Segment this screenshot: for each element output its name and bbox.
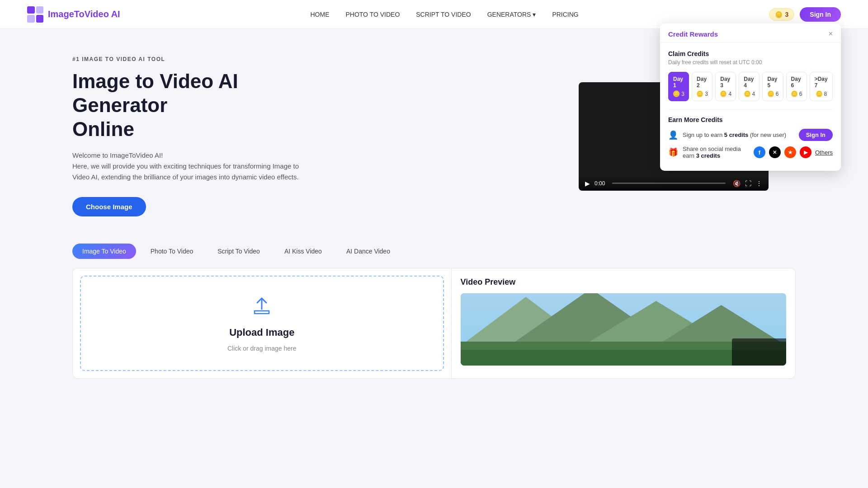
day-box-4[interactable]: Day 4 🪙 4 <box>739 72 760 101</box>
others-share-link[interactable]: Others <box>815 149 833 156</box>
preview-image <box>461 293 787 366</box>
day-box-2[interactable]: Day 2 🪙 3 <box>692 72 712 101</box>
twitter-x-share-icon[interactable]: ✕ <box>769 146 781 158</box>
choose-image-button[interactable]: Choose Image <box>72 197 146 216</box>
logo[interactable]: ImageToVideo AI <box>27 6 120 23</box>
hero-tag: #1 IMAGE TO VIDEO AI TOOL <box>72 56 335 62</box>
chevron-down-icon: ▾ <box>533 11 536 18</box>
logo-sq-2 <box>36 6 44 14</box>
days-row: Day 1 🪙 3 Day 2 🪙 3 Day 3 🪙 4 <box>668 72 833 101</box>
popup-title: Credit Rewards <box>668 30 718 38</box>
nav-photo-to-video[interactable]: PHOTO TO VIDEO <box>345 11 400 18</box>
coin-icon-d3: 🪙 <box>720 90 727 97</box>
day-box-1[interactable]: Day 1 🪙 3 <box>668 72 689 101</box>
tab-photo-to-video[interactable]: Photo To Video <box>141 244 203 259</box>
coin-icon-d7: 🪙 <box>816 90 823 97</box>
tab-ai-kiss-video[interactable]: AI Kiss Video <box>274 244 332 259</box>
day-box-3[interactable]: Day 3 🪙 4 <box>715 72 736 101</box>
day-box-6[interactable]: Day 6 🪙 6 <box>786 72 807 101</box>
tabs-bar: Image To Video Photo To Video Script To … <box>72 244 796 259</box>
upload-subtitle: Click or drag image here <box>227 345 297 352</box>
claim-credits-title: Claim Credits <box>668 50 833 57</box>
coin-icon-d4: 🪙 <box>744 90 751 97</box>
credits-badge[interactable]: 🪙 3 <box>769 8 795 21</box>
tabs-section: Image To Video Photo To Video Script To … <box>0 235 868 259</box>
logo-sq-3 <box>27 15 35 23</box>
preview-video-overlay <box>732 338 786 366</box>
coin-icon-d5: 🪙 <box>767 90 774 97</box>
nav-right: 🪙 3 Sign In <box>769 7 841 22</box>
credits-count: 3 <box>785 11 789 18</box>
day-box-5[interactable]: Day 5 🪙 6 <box>762 72 783 101</box>
content-area: Upload Image Click or drag image here Vi… <box>72 268 796 379</box>
user-icon: 👤 <box>668 130 678 140</box>
play-icon[interactable]: ▶ <box>585 180 590 187</box>
preview-title: Video Preview <box>461 277 787 287</box>
video-time: 0:00 <box>594 180 605 187</box>
coin-icon-d2: 🪙 <box>696 90 703 97</box>
fullscreen-icon[interactable]: ⛶ <box>745 180 751 187</box>
more-options-icon[interactable]: ⋮ <box>756 180 762 187</box>
nav-links: HOME PHOTO TO VIDEO SCRIPT TO VIDEO GENE… <box>310 11 578 18</box>
video-progress-bar[interactable] <box>612 183 726 184</box>
tab-image-to-video[interactable]: Image To Video <box>72 244 136 259</box>
nav-script-to-video[interactable]: SCRIPT TO VIDEO <box>416 11 471 18</box>
nav-pricing[interactable]: PRICING <box>552 11 578 18</box>
upload-icon <box>251 295 273 320</box>
coin-icon: 🪙 <box>775 11 783 18</box>
social-earn-row: 🎁 Share on social media earn 3 credits f… <box>668 145 833 159</box>
coin-icon-d6: 🪙 <box>791 90 798 97</box>
signin-button[interactable]: Sign In <box>800 7 841 22</box>
claim-credits-subtitle: Daily free credits will reset at UTC 0:0… <box>668 59 833 66</box>
popup-body: Claim Credits Daily free credits will re… <box>660 43 841 171</box>
social-earn-text: Share on social media earn 3 credits <box>683 145 749 159</box>
logo-sq-1 <box>27 6 35 14</box>
popup-header: Credit Rewards × <box>660 23 841 43</box>
mute-icon[interactable]: 🔇 <box>733 180 741 187</box>
tab-ai-dance-video[interactable]: AI Dance Video <box>336 244 400 259</box>
earn-title: Earn More Credits <box>668 116 833 123</box>
upload-title: Upload Image <box>229 327 294 338</box>
brand-name: ImageToVideo AI <box>48 9 120 19</box>
logo-icon <box>27 6 43 23</box>
preview-panel: Video Preview <box>451 268 796 378</box>
popup-close-button[interactable]: × <box>829 30 833 38</box>
earn-signin-button[interactable]: Sign In <box>799 129 833 141</box>
hero-title: Image to Video AI Generator Online <box>72 70 335 141</box>
logo-sq-4 <box>36 15 44 23</box>
reddit-share-icon[interactable]: ★ <box>784 146 796 158</box>
coin-icon-d1: 🪙 <box>673 90 680 97</box>
credit-rewards-popup: Credit Rewards × Claim Credits Daily fre… <box>660 23 841 171</box>
hero-text: #1 IMAGE TO VIDEO AI TOOL Image to Video… <box>72 56 335 216</box>
signup-earn-row: 👤 Sign up to earn 5 credits (for new use… <box>668 129 833 141</box>
nav-generators[interactable]: GENERATORS ▾ <box>487 11 536 18</box>
upload-panel[interactable]: Upload Image Click or drag image here <box>80 276 444 371</box>
nav-home[interactable]: HOME <box>310 11 329 18</box>
earn-section: Earn More Credits 👤 Sign up to earn 5 cr… <box>668 109 833 159</box>
signup-earn-text: Sign up to earn 5 credits (for new user) <box>683 131 794 138</box>
social-icons: f ✕ ★ ▶ Others <box>754 146 833 158</box>
hero-desc: Welcome to ImageToVideo AI! Here, we wil… <box>72 150 335 183</box>
youtube-share-icon[interactable]: ▶ <box>800 146 811 158</box>
gift-icon: 🎁 <box>668 147 678 157</box>
day-box-7plus[interactable]: >Day 7 🪙 8 <box>810 72 833 101</box>
video-controls: ▶ 0:00 🔇 ⛶ ⋮ <box>579 176 769 191</box>
tab-script-to-video[interactable]: Script To Video <box>208 244 270 259</box>
facebook-share-icon[interactable]: f <box>754 146 765 158</box>
